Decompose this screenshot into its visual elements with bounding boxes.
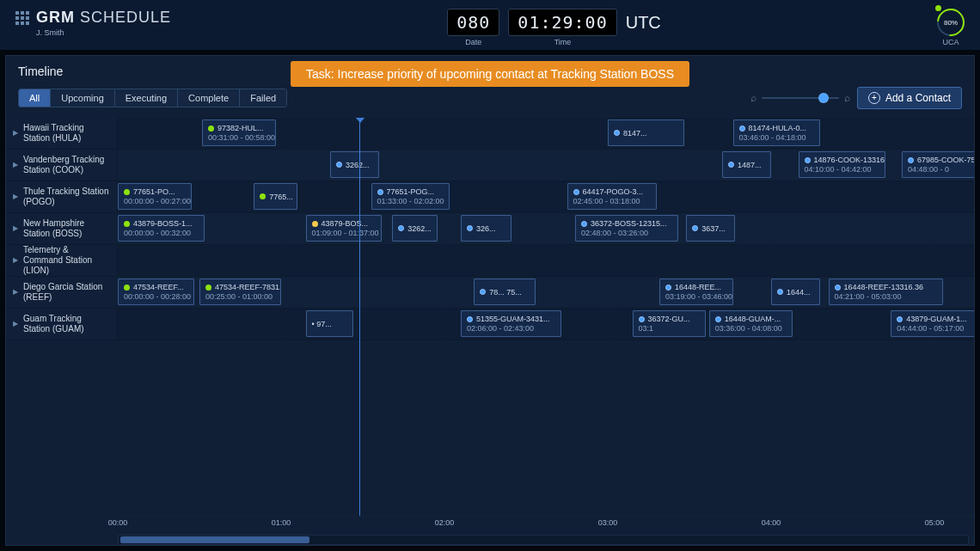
contact-event[interactable]: 51355-GUAM-3431...02:06:00 - 02:43:00 (461, 310, 561, 337)
event-time: 02:06:00 - 02:43:00 (467, 324, 555, 333)
contact-event[interactable]: 67985-COOK-7531604:48:00 - 0 (902, 151, 974, 178)
contact-event[interactable]: 36372-GU...03:1 (633, 310, 707, 337)
zoom-slider[interactable]: ⌕ ⌕ (750, 92, 850, 104)
station-label[interactable]: ▶Telemetry & Command Station (LION) (6, 245, 118, 276)
contact-event[interactable]: 47534-REEF-7831...00:25:00 - 01:00:00 (199, 279, 281, 305)
status-dot-icon (398, 225, 404, 231)
station-label[interactable]: ▶Diego Garcia Station (REEF) (6, 277, 118, 308)
contact-event[interactable]: 43879-GUAM-1...04:44:00 - 05:17:00 (891, 310, 974, 337)
scrollbar-thumb[interactable] (120, 536, 309, 543)
station-track[interactable]: 97382-HUL...00:31:00 - 00:58:008147...81… (118, 118, 974, 149)
add-contact-button[interactable]: + Add a Contact (857, 87, 962, 109)
contact-event[interactable]: 326... (461, 215, 511, 242)
top-bar: GRM SCHEDULE J. Smith 080 Date 01:29:00 … (0, 0, 980, 50)
timeline-rows: ▶Hawaii Tracking Station (HULA)97382-HUL… (6, 118, 974, 516)
event-title: 3262... (346, 161, 370, 169)
event-title: 36372-BOSS-12315... (591, 219, 667, 228)
add-contact-label: Add a Contact (885, 92, 951, 104)
event-title: 43879-BOS... (322, 219, 369, 228)
contact-event[interactable]: 78... 75... (474, 279, 536, 305)
status-dot-icon (805, 157, 811, 163)
contact-event[interactable]: 14876-COOK-13316.2404:10:00 - 04:42:00 (799, 151, 885, 178)
event-title: 16448-GUAM-... (725, 315, 781, 323)
station-track[interactable]: 77651-PO...00:00:00 - 00:27:007765...776… (118, 181, 974, 212)
status-dot-icon (260, 193, 266, 199)
task-banner: Task: Increase priority of upcoming cont… (291, 61, 689, 87)
contact-event[interactable]: • 97... (306, 310, 353, 337)
contact-event[interactable]: 1487... (722, 151, 771, 178)
status-dot-icon (728, 162, 734, 168)
event-title: 16448-REEF-13316.36 (844, 283, 924, 291)
event-title: 81474-HULA-0... (749, 124, 807, 132)
playhead[interactable] (359, 118, 360, 516)
station-label[interactable]: ▶Guam Tracking Station (GUAM) (6, 309, 118, 340)
contact-event[interactable]: 7765... (254, 183, 297, 210)
contact-event[interactable]: 77651-POG...01:33:00 - 02:02:00 (371, 183, 450, 210)
station-track[interactable]: 3262...1487...14876-COOK-13316.2404:10:0… (118, 150, 974, 181)
contact-event[interactable]: 43879-BOSS-1...00:00:00 - 00:32:00 (118, 215, 205, 242)
event-title: 14876-COOK-13316.24 (814, 156, 885, 164)
contact-event[interactable]: 43879-BOS...01:09:00 - 01:37:00 (306, 215, 383, 242)
event-title: 16448-REE... (675, 283, 721, 291)
station-row: ▶Hawaii Tracking Station (HULA)97382-HUL… (6, 118, 974, 150)
toolbar: AllUpcomingExecutingCompleteFailed ⌕ ⌕ +… (6, 83, 974, 118)
station-label[interactable]: ▶New Hampshire Station (BOSS) (6, 213, 118, 244)
status-dot-icon (897, 316, 903, 322)
contact-event[interactable]: 3637... (686, 215, 735, 242)
station-track[interactable]: 43879-BOSS-1...00:00:00 - 00:32:0043879-… (118, 213, 974, 244)
clock-date-label: Date (465, 38, 481, 46)
app-grid-icon[interactable] (15, 11, 29, 25)
event-title: 47534-REEF-7831... (215, 283, 281, 291)
contact-event[interactable]: 16448-GUAM-...03:36:00 - 04:08:00 (709, 310, 793, 337)
zoom-out-icon[interactable]: ⌕ (750, 92, 756, 104)
contact-event[interactable]: 36372-BOSS-12315...02:48:00 - 03:26:00 (575, 215, 678, 242)
event-title: 77651-PO... (133, 187, 175, 196)
station-label[interactable]: ▶Thule Tracking Station (POGO) (6, 181, 118, 212)
contact-event[interactable]: 81474-HULA-0...03:46:00 - 04:18:00 (733, 119, 820, 146)
status-dot-icon (835, 285, 841, 291)
filter-complete[interactable]: Complete (177, 89, 239, 107)
event-time: 00:31:00 - 00:58:00 (208, 133, 270, 142)
station-track[interactable]: • 97...51355-GUAM-3431...02:06:00 - 02:4… (118, 309, 974, 340)
contact-event[interactable]: 16448-REEF-13316.3604:21:00 - 05:03:00 (829, 279, 943, 305)
contact-event[interactable]: 16448-REE...03:19:00 - 03:46:00 (659, 279, 733, 305)
contact-event[interactable]: 77651-PO...00:00:00 - 00:27:00 (118, 183, 192, 210)
zoom-thumb[interactable] (818, 93, 829, 103)
filter-executing[interactable]: Executing (114, 89, 177, 107)
chevron-right-icon: ▶ (13, 288, 18, 297)
status-dot-icon (715, 316, 721, 322)
station-label[interactable]: ▶Vandenberg Tracking Station (COOK) (6, 150, 118, 181)
station-row: ▶Thule Tracking Station (POGO)77651-PO..… (6, 181, 974, 213)
contact-event[interactable]: 1644... (771, 279, 820, 305)
station-label[interactable]: ▶Hawaii Tracking Station (HULA) (6, 118, 118, 149)
contact-event[interactable]: 97382-HUL...00:31:00 - 00:58:00 (202, 119, 276, 146)
contact-event[interactable]: 3262... (392, 215, 438, 242)
contact-event[interactable]: 8147... (608, 119, 684, 146)
contact-event[interactable]: 47534-REEF...00:00:00 - 00:28:00 (118, 279, 194, 305)
filter-upcoming[interactable]: Upcoming (50, 89, 114, 107)
event-time: 04:21:00 - 05:03:00 (835, 292, 937, 301)
contact-event[interactable]: 64417-POGO-3...02:45:00 - 03:18:00 (567, 183, 658, 210)
chevron-right-icon: ▶ (13, 320, 18, 328)
station-track[interactable]: 47534-REEF...00:00:00 - 00:28:0047534-RE… (118, 277, 974, 308)
event-title: 43879-BOSS-1... (133, 219, 193, 228)
chevron-right-icon: ▶ (13, 129, 18, 138)
uca-indicator: 80% UCA (937, 9, 965, 46)
zoom-in-icon[interactable]: ⌕ (844, 92, 850, 104)
station-track[interactable] (118, 245, 974, 276)
event-time: 03:36:00 - 04:08:00 (715, 324, 787, 333)
event-time: 04:44:00 - 05:17:00 (897, 324, 974, 333)
horizontal-scrollbar[interactable] (118, 535, 969, 545)
status-dot-icon (614, 130, 620, 136)
status-dot-icon (467, 225, 473, 231)
event-title: 67985-COOK-75316 (917, 156, 974, 164)
filter-failed[interactable]: Failed (239, 89, 286, 107)
status-dot-icon (467, 316, 473, 322)
event-title: 3637... (701, 224, 726, 233)
event-time: 03:1 (639, 324, 701, 333)
contact-event[interactable]: 3262... (330, 151, 379, 178)
event-title: 97382-HUL... (217, 124, 264, 132)
filter-all[interactable]: All (19, 89, 50, 107)
current-user: J. Smith (36, 28, 171, 37)
event-time: 00:00:00 - 00:28:00 (124, 292, 188, 301)
